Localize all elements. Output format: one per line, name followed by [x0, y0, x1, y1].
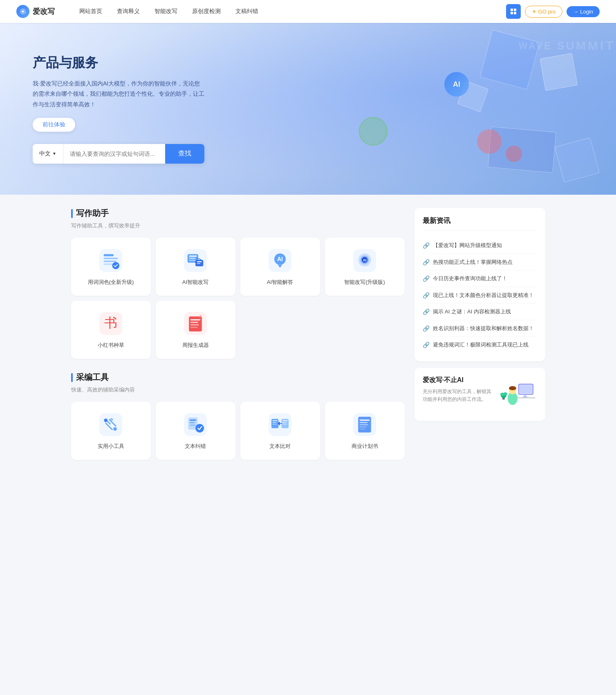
hero-title: 产品与服务	[33, 54, 204, 72]
svg-rect-34	[190, 327, 198, 328]
logo[interactable]: 爱改写	[16, 5, 55, 18]
svg-rect-56	[360, 420, 370, 421]
hero-subtitle: 我·爱改写已经全面接入国内AI大模型，作为你的智能伙伴，无论您的需求来自哪个领域…	[33, 79, 204, 110]
login-button[interactable]: → Login	[567, 6, 600, 17]
link-icon-5: 🔗	[423, 325, 430, 332]
go-pro-button[interactable]: ☀ GO pro	[525, 6, 563, 18]
card-text-compare[interactable]: 文本比对	[240, 402, 320, 460]
svg-rect-46	[271, 419, 279, 428]
green-circle	[359, 117, 388, 146]
link-icon-3: 🔗	[423, 292, 430, 299]
svg-rect-4	[514, 12, 516, 14]
news-item-3[interactable]: 🔗 现已上线！文本颜色分析器让提取更精准！	[423, 287, 537, 304]
svg-rect-7	[104, 258, 118, 259]
news-item-5[interactable]: 🔗 姓名识别利器：快速提取和解析姓名数据！	[423, 320, 537, 337]
ai-rewrite-label: AI智能改写	[182, 279, 208, 286]
ai-answer-label: AI智能解答	[267, 279, 293, 286]
svg-rect-15	[189, 260, 196, 261]
logo-icon	[16, 5, 29, 18]
news-text-5: 姓名识别利器：快速提取和解析姓名数据！	[433, 324, 534, 333]
nav-link-query[interactable]: 查询释义	[117, 8, 140, 15]
link-icon-2: 🔗	[423, 275, 430, 282]
try-button[interactable]: 前往体验	[33, 118, 75, 132]
svg-rect-42	[190, 422, 195, 423]
word-color-label: 用词润色(全新升级)	[88, 279, 134, 286]
svg-rect-53	[282, 424, 287, 425]
weekly-report-icon	[182, 310, 208, 337]
card-ai-answer[interactable]: AI AI智能解答	[240, 238, 320, 296]
news-item-6[interactable]: 🔗 避免违规词汇！极限词检测工具现已上线	[423, 337, 537, 353]
svg-rect-18	[197, 263, 201, 264]
utility-tools-icon	[98, 412, 124, 438]
news-text-1: 热搜功能正式上线！掌握网络热点	[433, 258, 513, 266]
svg-rect-60	[360, 429, 365, 430]
link-icon-1: 🔗	[423, 259, 430, 265]
card-utility-tools[interactable]: 实用小工具	[71, 402, 151, 460]
nav-buttons: ☀ GO pro → Login	[506, 4, 600, 19]
card-ai-rewrite[interactable]: AI智能改写	[156, 238, 235, 296]
utility-tools-label: 实用小工具	[98, 443, 124, 450]
news-panel: 最新资讯 🔗 【爱改写】网站升级模型通知 🔗 热搜功能正式上线！掌握网络热点 🔗…	[414, 208, 545, 361]
promo-text: 爱改写·不止AI 充分利用爱改写的工具，解锁其功能并利用您的内容工作流。	[423, 376, 495, 403]
grid-button[interactable]	[506, 4, 521, 19]
navbar: 爱改写 网站首页 查询释义 智能改写 原创度检测 文稿纠错 ☀ GO pro →…	[0, 0, 616, 23]
news-text-0: 【爱改写】网站升级模型通知	[433, 241, 502, 250]
ai-answer-icon: AI	[267, 247, 293, 274]
svg-rect-31	[190, 319, 201, 321]
svg-rect-43	[190, 425, 195, 426]
card-smart-rewrite[interactable]: AI 智能改写(升级版)	[325, 238, 405, 296]
bottom-spacer	[0, 486, 616, 502]
promo-title: 爱改写·不止AI	[423, 376, 495, 385]
svg-text:AI: AI	[363, 258, 367, 262]
business-plan-label: 商业计划书	[352, 443, 378, 450]
ai-badge: AI	[444, 72, 469, 97]
card-text-proofread[interactable]: 文本纠错	[156, 402, 235, 460]
svg-rect-58	[360, 424, 368, 425]
writing-cards-grid: 用词润色(全新升级) AI智	[71, 238, 405, 359]
promo-description: 充分利用爱改写的工具，解锁其功能并利用您的内容工作流。	[423, 388, 495, 403]
card-word-color[interactable]: 用词润色(全新升级)	[71, 238, 151, 296]
news-item-4[interactable]: 🔗 揭示 AI 之谜：AI 内容检测器上线	[423, 304, 537, 320]
tools-section-subtitle: 快速、高效的辅助采编内容	[71, 386, 405, 394]
svg-text:AI: AI	[277, 256, 283, 262]
login-icon: →	[573, 9, 578, 15]
card-xiaohongshu[interactable]: 书 小红书种草	[71, 301, 151, 359]
news-text-3: 现已上线！文本颜色分析器让提取更精准！	[433, 291, 534, 299]
svg-rect-8	[104, 261, 117, 262]
search-button[interactable]: 查找	[165, 144, 204, 164]
svg-rect-51	[282, 421, 287, 421]
language-selector[interactable]: 中文 ▼	[33, 144, 63, 164]
news-text-6: 避免违规词汇！极限词检测工具现已上线	[433, 341, 529, 349]
svg-rect-2	[514, 9, 516, 11]
search-input[interactable]	[63, 144, 165, 164]
nav-link-originality[interactable]: 原创度检测	[192, 8, 221, 15]
svg-rect-3	[511, 12, 513, 14]
nav-link-proofread[interactable]: 文稿纠错	[235, 8, 258, 15]
writing-section-subtitle: 写作辅助工具，撰写效率提升	[71, 222, 405, 229]
promo-panel: 爱改写·不止AI 充分利用爱改写的工具，解锁其功能并利用您的内容工作流。	[414, 368, 545, 421]
text-compare-label: 文本比对	[269, 443, 291, 450]
svg-rect-52	[282, 422, 287, 423]
svg-rect-65	[517, 397, 535, 398]
svg-rect-64	[523, 396, 527, 397]
news-item-1[interactable]: 🔗 热搜功能正式上线！掌握网络热点	[423, 254, 537, 271]
news-item-0[interactable]: 🔗 【爱改写】网站升级模型通知	[423, 237, 537, 254]
svg-rect-14	[189, 258, 195, 259]
news-item-2[interactable]: 🔗 今日历史事件查询功能上线了！	[423, 270, 537, 287]
svg-rect-62	[520, 385, 532, 393]
smart-rewrite-label: 智能改写(升级版)	[344, 279, 385, 286]
news-text-2: 今日历史事件查询功能上线了！	[433, 274, 507, 283]
news-title: 最新资讯	[423, 216, 537, 231]
svg-rect-50	[273, 424, 277, 425]
svg-point-44	[195, 424, 204, 432]
wave-summit-text: WAVE SUMMIT	[519, 38, 616, 53]
card-weekly-report[interactable]: 周报生成器	[156, 301, 235, 359]
nav-link-rewrite[interactable]: 智能改写	[155, 8, 177, 15]
weekly-report-label: 周报生成器	[182, 342, 209, 349]
nav-link-home[interactable]: 网站首页	[79, 8, 102, 15]
logo-text: 爱改写	[33, 7, 55, 16]
link-icon-0: 🔗	[423, 242, 430, 249]
deco-cube-2	[540, 53, 578, 91]
card-business-plan[interactable]: 商业计划书	[325, 402, 405, 460]
text-proofread-label: 文本纠错	[185, 443, 206, 450]
